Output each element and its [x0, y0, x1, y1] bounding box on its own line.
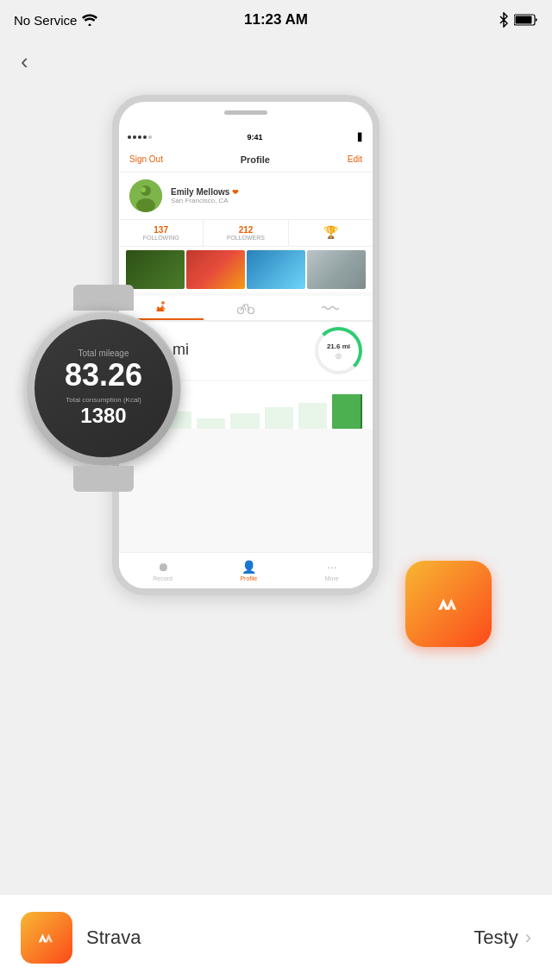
- profile-heart-icon: ❤: [232, 188, 239, 197]
- phone-stat-followers[interactable]: 212 FOLLOWERS: [204, 220, 288, 246]
- status-right: [499, 12, 538, 28]
- phone-tab-swimming[interactable]: [288, 296, 373, 320]
- phone-battery: ▋: [358, 133, 364, 141]
- watch-mockup: Total mileage 83.26 Total consumption (K…: [17, 285, 190, 492]
- bluetooth-icon: [499, 12, 509, 28]
- phone-stat-following[interactable]: 137 FOLLOWING: [119, 220, 204, 246]
- profile-location: San Francisco, CA: [171, 197, 362, 204]
- back-button[interactable]: ‹: [21, 48, 28, 75]
- strava-app-icon[interactable]: [405, 561, 492, 647]
- phone-app-header: Sign Out Profile Edit: [119, 147, 373, 173]
- status-time: 11:23 AM: [244, 11, 308, 28]
- watch-case: Total mileage 83.26 Total consumption (K…: [26, 311, 181, 466]
- profile-avatar: [129, 179, 162, 212]
- status-bar: No Service 11:23 AM: [0, 0, 552, 40]
- watch-distance: 83.26: [65, 360, 142, 391]
- svg-point-0: [89, 24, 91, 27]
- bottom-chevron-icon: ›: [525, 927, 531, 949]
- phone-tab-cycling[interactable]: [204, 296, 288, 320]
- photo-forest: [126, 250, 185, 289]
- phone-profile-section: Emily Mellows ❤ San Francisco, CA: [119, 173, 373, 219]
- phone-nav-more[interactable]: ··· More: [325, 560, 339, 581]
- bottom-strava-icon: [21, 912, 72, 964]
- phone-profile-title: Profile: [241, 154, 270, 165]
- circle-compass-icon: ◎: [336, 352, 342, 360]
- profile-name: Emily Mellows ❤: [171, 187, 362, 197]
- carrier-text: No Service: [14, 13, 77, 28]
- bottom-app-name: Strava: [86, 927, 474, 949]
- bottom-row: Strava Testy ›: [0, 894, 552, 980]
- watch-band-top: [73, 285, 134, 311]
- activity-progress-circle: 21.6 mi ◎: [315, 327, 362, 374]
- battery-icon: [514, 13, 538, 27]
- profile-info: Emily Mellows ❤ San Francisco, CA: [171, 187, 362, 204]
- phone-edit-button[interactable]: Edit: [348, 154, 362, 164]
- photo-hills: [307, 250, 366, 289]
- svg-point-5: [136, 198, 155, 212]
- circle-miles: 21.6 mi: [327, 342, 350, 350]
- watch-calories: 1380: [80, 404, 126, 428]
- wifi-icon: [82, 14, 97, 26]
- phone-speaker: [224, 110, 267, 115]
- phone-stat-challenges[interactable]: 🏆: [289, 220, 373, 246]
- phone-sign-out[interactable]: Sign Out: [129, 154, 163, 164]
- bottom-action-label[interactable]: Testy: [474, 927, 518, 949]
- phone-status-bar: 9:41 ▋: [119, 128, 373, 147]
- phone-bottom-nav: ⏺ Record 👤 Profile ··· More: [119, 552, 373, 588]
- phone-stats-row: 137 FOLLOWING 212 FOLLOWERS 🏆: [119, 219, 373, 247]
- strava-logo-icon: [433, 588, 464, 619]
- illustration-container: 9:41 ▋ Sign Out Profile Edit: [43, 95, 509, 699]
- phone-nav-profile[interactable]: 👤 Profile: [240, 560, 257, 581]
- photo-lake: [247, 250, 305, 289]
- phone-nav-record[interactable]: ⏺ Record: [153, 560, 172, 581]
- bottom-strava-logo-icon: [34, 926, 59, 950]
- photo-feet: [186, 250, 245, 289]
- status-left: No Service: [14, 13, 97, 28]
- svg-point-6: [141, 187, 146, 192]
- watch-band-bottom: [73, 466, 134, 492]
- svg-rect-2: [516, 16, 532, 24]
- watch-consumption-label: Total consumption (Kcal): [66, 396, 141, 404]
- watch-face: Total mileage 83.26 Total consumption (K…: [34, 319, 172, 457]
- phone-time: 9:41: [247, 133, 262, 141]
- phone-signal-dots: [128, 135, 152, 139]
